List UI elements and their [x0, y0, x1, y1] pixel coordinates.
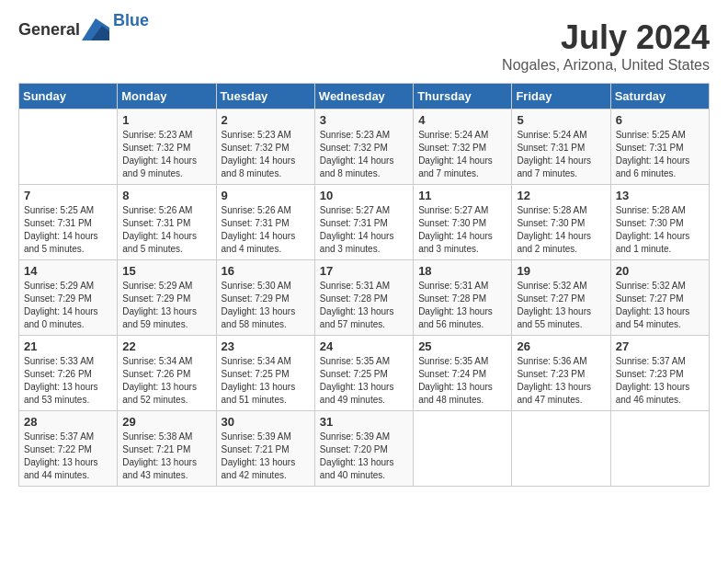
- calendar-cell: 21Sunrise: 5:33 AMSunset: 7:26 PMDayligh…: [19, 336, 118, 411]
- day-number: 19: [517, 264, 605, 278]
- day-number: 25: [418, 339, 506, 353]
- day-number: 16: [222, 264, 310, 278]
- day-info: Sunrise: 5:28 AMSunset: 7:30 PMDaylight:…: [517, 204, 605, 256]
- calendar-cell: 4Sunrise: 5:24 AMSunset: 7:32 PMDaylight…: [414, 109, 512, 185]
- calendar-cell: 28Sunrise: 5:37 AMSunset: 7:22 PMDayligh…: [19, 411, 118, 487]
- logo: General Blue: [18, 18, 149, 40]
- day-info: Sunrise: 5:37 AMSunset: 7:23 PMDaylight:…: [616, 355, 704, 407]
- calendar-table: SundayMondayTuesdayWednesdayThursdayFrid…: [18, 83, 710, 487]
- day-number: 20: [616, 264, 704, 278]
- day-number: 13: [616, 189, 704, 202]
- day-number: 14: [24, 264, 112, 278]
- day-number: 1: [122, 113, 210, 127]
- calendar-cell: 1Sunrise: 5:23 AMSunset: 7:32 PMDaylight…: [118, 109, 216, 185]
- day-number: 2: [222, 113, 310, 127]
- day-number: 6: [616, 113, 704, 127]
- calendar-cell: 2Sunrise: 5:23 AMSunset: 7:32 PMDaylight…: [216, 109, 314, 185]
- day-info: Sunrise: 5:23 AMSunset: 7:32 PMDaylight:…: [122, 129, 210, 180]
- calendar-week-row: 21Sunrise: 5:33 AMSunset: 7:26 PMDayligh…: [19, 336, 710, 411]
- location-title: Nogales, Arizona, United States: [502, 57, 710, 74]
- logo-icon: [82, 18, 109, 40]
- day-number: 4: [418, 113, 506, 127]
- calendar-cell: 22Sunrise: 5:34 AMSunset: 7:26 PMDayligh…: [118, 336, 216, 411]
- calendar-cell: [19, 109, 118, 185]
- column-header-sunday: Sunday: [19, 84, 118, 109]
- calendar-cell: 14Sunrise: 5:29 AMSunset: 7:29 PMDayligh…: [19, 260, 118, 336]
- day-info: Sunrise: 5:39 AMSunset: 7:20 PMDaylight:…: [320, 431, 408, 482]
- day-number: 26: [517, 339, 605, 353]
- calendar-cell: [512, 411, 610, 487]
- calendar-header-row: SundayMondayTuesdayWednesdayThursdayFrid…: [19, 84, 710, 109]
- day-number: 5: [517, 113, 605, 127]
- day-number: 3: [320, 113, 408, 127]
- calendar-cell: 12Sunrise: 5:28 AMSunset: 7:30 PMDayligh…: [512, 185, 610, 260]
- day-number: 31: [320, 415, 408, 429]
- logo-blue-text: Blue: [113, 11, 149, 30]
- day-info: Sunrise: 5:26 AMSunset: 7:31 PMDaylight:…: [222, 204, 310, 256]
- day-number: 10: [320, 189, 408, 202]
- calendar-cell: 23Sunrise: 5:34 AMSunset: 7:25 PMDayligh…: [216, 336, 314, 411]
- calendar-cell: 30Sunrise: 5:39 AMSunset: 7:21 PMDayligh…: [216, 411, 314, 487]
- day-info: Sunrise: 5:23 AMSunset: 7:32 PMDaylight:…: [222, 129, 310, 180]
- day-info: Sunrise: 5:30 AMSunset: 7:29 PMDaylight:…: [222, 280, 310, 331]
- day-info: Sunrise: 5:34 AMSunset: 7:26 PMDaylight:…: [122, 355, 210, 407]
- day-number: 17: [320, 264, 408, 278]
- calendar-cell: [414, 411, 512, 487]
- day-info: Sunrise: 5:35 AMSunset: 7:24 PMDaylight:…: [418, 355, 506, 407]
- calendar-week-row: 7Sunrise: 5:25 AMSunset: 7:31 PMDaylight…: [19, 185, 710, 260]
- day-info: Sunrise: 5:35 AMSunset: 7:25 PMDaylight:…: [320, 355, 408, 407]
- calendar-cell: 29Sunrise: 5:38 AMSunset: 7:21 PMDayligh…: [118, 411, 216, 487]
- column-header-thursday: Thursday: [414, 84, 512, 109]
- day-info: Sunrise: 5:39 AMSunset: 7:21 PMDaylight:…: [222, 431, 310, 482]
- day-number: 21: [24, 339, 112, 353]
- calendar-cell: 24Sunrise: 5:35 AMSunset: 7:25 PMDayligh…: [314, 336, 413, 411]
- calendar-cell: [610, 411, 709, 487]
- calendar-cell: 20Sunrise: 5:32 AMSunset: 7:27 PMDayligh…: [610, 260, 709, 336]
- logo-general-text: General: [18, 20, 80, 40]
- day-number: 11: [418, 189, 506, 202]
- day-info: Sunrise: 5:31 AMSunset: 7:28 PMDaylight:…: [418, 280, 506, 331]
- day-info: Sunrise: 5:32 AMSunset: 7:27 PMDaylight:…: [616, 280, 704, 331]
- column-header-saturday: Saturday: [610, 84, 709, 109]
- calendar-cell: 26Sunrise: 5:36 AMSunset: 7:23 PMDayligh…: [512, 336, 610, 411]
- title-area: July 2024 Nogales, Arizona, United State…: [502, 18, 710, 74]
- day-info: Sunrise: 5:34 AMSunset: 7:25 PMDaylight:…: [222, 355, 310, 407]
- day-info: Sunrise: 5:26 AMSunset: 7:31 PMDaylight:…: [122, 204, 210, 256]
- day-info: Sunrise: 5:29 AMSunset: 7:29 PMDaylight:…: [122, 280, 210, 331]
- day-number: 28: [24, 415, 112, 429]
- calendar-week-row: 14Sunrise: 5:29 AMSunset: 7:29 PMDayligh…: [19, 260, 710, 336]
- day-info: Sunrise: 5:23 AMSunset: 7:32 PMDaylight:…: [320, 129, 408, 180]
- column-header-friday: Friday: [512, 84, 610, 109]
- column-header-monday: Monday: [118, 84, 216, 109]
- day-number: 23: [222, 339, 310, 353]
- column-header-wednesday: Wednesday: [314, 84, 413, 109]
- calendar-cell: 8Sunrise: 5:26 AMSunset: 7:31 PMDaylight…: [118, 185, 216, 260]
- day-info: Sunrise: 5:36 AMSunset: 7:23 PMDaylight:…: [517, 355, 605, 407]
- calendar-cell: 27Sunrise: 5:37 AMSunset: 7:23 PMDayligh…: [610, 336, 709, 411]
- calendar-cell: 17Sunrise: 5:31 AMSunset: 7:28 PMDayligh…: [314, 260, 413, 336]
- calendar-cell: 13Sunrise: 5:28 AMSunset: 7:30 PMDayligh…: [610, 185, 709, 260]
- day-info: Sunrise: 5:25 AMSunset: 7:31 PMDaylight:…: [24, 204, 112, 256]
- day-number: 24: [320, 339, 408, 353]
- column-header-tuesday: Tuesday: [216, 84, 314, 109]
- day-info: Sunrise: 5:33 AMSunset: 7:26 PMDaylight:…: [24, 355, 112, 407]
- calendar-body: 1Sunrise: 5:23 AMSunset: 7:32 PMDaylight…: [19, 109, 710, 487]
- day-info: Sunrise: 5:27 AMSunset: 7:31 PMDaylight:…: [320, 204, 408, 256]
- calendar-cell: 18Sunrise: 5:31 AMSunset: 7:28 PMDayligh…: [414, 260, 512, 336]
- day-info: Sunrise: 5:29 AMSunset: 7:29 PMDaylight:…: [24, 280, 112, 331]
- day-info: Sunrise: 5:24 AMSunset: 7:31 PMDaylight:…: [517, 129, 605, 180]
- month-title: July 2024: [502, 18, 710, 57]
- day-info: Sunrise: 5:28 AMSunset: 7:30 PMDaylight:…: [616, 204, 704, 256]
- day-info: Sunrise: 5:24 AMSunset: 7:32 PMDaylight:…: [418, 129, 506, 180]
- calendar-cell: 16Sunrise: 5:30 AMSunset: 7:29 PMDayligh…: [216, 260, 314, 336]
- day-number: 8: [122, 189, 210, 202]
- calendar-cell: 25Sunrise: 5:35 AMSunset: 7:24 PMDayligh…: [414, 336, 512, 411]
- calendar-cell: 31Sunrise: 5:39 AMSunset: 7:20 PMDayligh…: [314, 411, 413, 487]
- calendar-cell: 9Sunrise: 5:26 AMSunset: 7:31 PMDaylight…: [216, 185, 314, 260]
- calendar-cell: 6Sunrise: 5:25 AMSunset: 7:31 PMDaylight…: [610, 109, 709, 185]
- day-number: 22: [122, 339, 210, 353]
- day-info: Sunrise: 5:32 AMSunset: 7:27 PMDaylight:…: [517, 280, 605, 331]
- day-number: 30: [222, 415, 310, 429]
- day-number: 9: [222, 189, 310, 202]
- calendar-cell: 3Sunrise: 5:23 AMSunset: 7:32 PMDaylight…: [314, 109, 413, 185]
